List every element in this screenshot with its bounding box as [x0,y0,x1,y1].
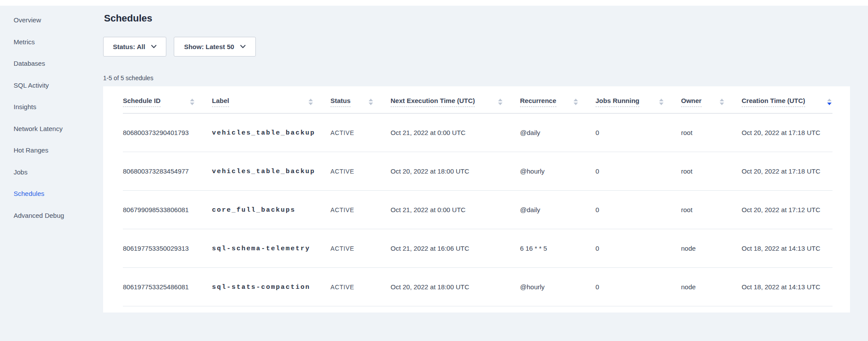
status-filter-label: Status: All [113,43,145,50]
top-strip [0,0,868,6]
sidebar-item-jobs[interactable]: Jobs [0,161,103,183]
filter-bar: Status: All Show: Latest 50 [103,37,850,57]
cell-creation-time: Oct 18, 2022 at 14:13 UTC [742,229,832,267]
cell-jobs-running: 0 [595,190,681,229]
cell-schedule-id: 806800373290401793 [123,113,212,152]
cell-next-execution: Oct 21, 2022 at 16:06 UTC [391,229,520,267]
main-content: Schedules Status: All Show: Latest 50 1-… [103,6,850,313]
sidebar-nav: Overview Metrics Databases SQL Activity … [0,9,103,226]
column-header-jobs-running[interactable]: Jobs Running [595,86,681,113]
sort-icon [498,99,502,105]
cell-status: ACTIVE [330,152,391,190]
table-row[interactable]: 806197753350029313 sql-schema-telemetry … [123,229,832,267]
chevron-down-icon [151,45,157,49]
sidebar: Overview Metrics Databases SQL Activity … [0,6,103,341]
cell-next-execution: Oct 21, 2022 at 0:00 UTC [391,190,520,229]
sidebar-item-databases[interactable]: Databases [0,53,103,75]
schedules-table: Schedule ID Label Status Next Execution … [123,86,832,306]
column-header-status[interactable]: Status [330,86,391,113]
cell-status: ACTIVE [330,113,391,152]
cell-next-execution: Oct 21, 2022 at 0:00 UTC [391,113,520,152]
show-limit-label: Show: Latest 50 [184,43,234,50]
column-header-creation-time[interactable]: Creation Time (UTC) [742,86,832,113]
sidebar-item-network-latency[interactable]: Network Latency [0,118,103,140]
cell-schedule-id: 806197753350029313 [123,229,212,267]
cell-owner: root [681,190,742,229]
cell-label: core_full_backups [212,190,330,229]
table-row[interactable]: 806800373283454977 vehicles_table_backup… [123,152,832,190]
cell-next-execution: Oct 20, 2022 at 18:00 UTC [391,267,520,306]
cell-recurrence: @hourly [520,152,595,190]
column-header-label[interactable]: Label [212,86,330,113]
table-row[interactable]: 806799098533806081 core_full_backups ACT… [123,190,832,229]
cell-next-execution: Oct 20, 2022 at 18:00 UTC [391,152,520,190]
cell-recurrence: @daily [520,113,595,152]
sidebar-item-hot-ranges[interactable]: Hot Ranges [0,139,103,161]
sort-icon [574,99,578,105]
sort-icon [190,99,194,105]
cell-owner: root [681,113,742,152]
cell-status: ACTIVE [330,190,391,229]
cell-jobs-running: 0 [595,267,681,306]
cell-recurrence: 6 16 * * 5 [520,229,595,267]
column-header-next-execution-time[interactable]: Next Execution Time (UTC) [391,86,520,113]
cell-schedule-id: 806799098533806081 [123,190,212,229]
cell-label: sql-schema-telemetry [212,229,330,267]
table-row[interactable]: 806800373290401793 vehicles_table_backup… [123,113,832,152]
sort-icon [720,99,724,105]
cell-creation-time: Oct 20, 2022 at 17:12 UTC [742,190,832,229]
status-filter-dropdown[interactable]: Status: All [103,37,166,57]
sort-icon [369,99,373,105]
table-row[interactable]: 806197753325486081 sql-stats-compaction … [123,267,832,306]
sort-icon [659,99,664,105]
show-limit-dropdown[interactable]: Show: Latest 50 [174,37,256,57]
cell-jobs-running: 0 [595,113,681,152]
sidebar-item-advanced-debug[interactable]: Advanced Debug [0,205,103,227]
page-title: Schedules [104,13,850,24]
schedules-table-card: Schedule ID Label Status Next Execution … [103,86,850,313]
column-header-owner[interactable]: Owner [681,86,742,113]
sidebar-item-schedules[interactable]: Schedules [0,183,103,205]
column-header-recurrence[interactable]: Recurrence [520,86,595,113]
sidebar-item-sql-activity[interactable]: SQL Activity [0,75,103,96]
table-header-row: Schedule ID Label Status Next Execution … [123,86,832,113]
cell-owner: node [681,229,742,267]
cell-owner: root [681,152,742,190]
sidebar-item-metrics[interactable]: Metrics [0,31,103,53]
cell-status: ACTIVE [330,267,391,306]
sidebar-item-insights[interactable]: Insights [0,96,103,118]
cell-creation-time: Oct 18, 2022 at 14:13 UTC [742,267,832,306]
cell-status: ACTIVE [330,229,391,267]
sort-icon-active-desc [827,99,832,105]
sidebar-item-overview[interactable]: Overview [0,9,103,31]
cell-creation-time: Oct 20, 2022 at 17:18 UTC [742,152,832,190]
chevron-down-icon [240,45,246,49]
cell-label: sql-stats-compaction [212,267,330,306]
cell-owner: node [681,267,742,306]
cell-jobs-running: 0 [595,229,681,267]
cell-creation-time: Oct 20, 2022 at 17:18 UTC [742,113,832,152]
cell-jobs-running: 0 [595,152,681,190]
cell-recurrence: @hourly [520,267,595,306]
cell-recurrence: @daily [520,190,595,229]
cell-schedule-id: 806197753325486081 [123,267,212,306]
cell-schedule-id: 806800373283454977 [123,152,212,190]
cell-label: vehicles_table_backup [212,152,330,190]
column-header-schedule-id[interactable]: Schedule ID [123,86,212,113]
sort-icon [308,99,313,105]
results-count: 1-5 of 5 schedules [103,75,850,82]
cell-label: vehicles_table_backup [212,113,330,152]
